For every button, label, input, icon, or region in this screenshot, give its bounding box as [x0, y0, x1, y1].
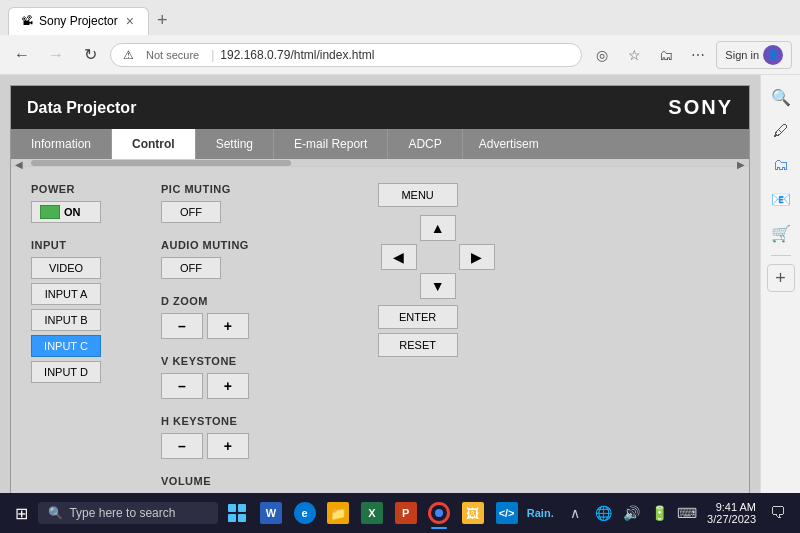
powerpoint-icon: P — [395, 502, 417, 524]
taskbar-explorer[interactable]: 📁 — [323, 495, 353, 531]
sidebar-divider — [771, 255, 791, 256]
input-label: INPUT — [31, 239, 121, 251]
taskbar: ⊞ 🔍 Type here to search W e 📁 X P 🖼 </> — [0, 493, 800, 533]
muting-section: PIC MUTING OFF AUDIO MUTING OFF D ZOOM –… — [161, 183, 318, 533]
time-display[interactable]: 9:41 AM 3/27/2023 — [703, 501, 760, 525]
audio-muting-off-button[interactable]: OFF — [161, 257, 221, 279]
tab-adcp[interactable]: ADCP — [388, 129, 462, 159]
scroll-right-arrow[interactable]: ▶ — [737, 159, 745, 170]
tab-setting[interactable]: Setting — [196, 129, 274, 159]
v-keystone-minus-button[interactable]: – — [161, 373, 203, 399]
taskbar-vscode[interactable]: </> — [492, 495, 522, 531]
forward-button[interactable]: → — [42, 41, 70, 69]
input-a-button[interactable]: INPUT A — [31, 283, 101, 305]
nav-up-button[interactable]: ▲ — [420, 215, 456, 241]
v-keystone-plus-button[interactable]: + — [207, 373, 249, 399]
windows-icon: ⊞ — [15, 504, 28, 523]
projector-title: Data Projector — [27, 99, 136, 117]
taskbar-photos[interactable]: 🖼 — [458, 495, 488, 531]
tab-favicon: 📽 — [21, 14, 33, 28]
browser-tab[interactable]: 📽 Sony Projector × — [8, 7, 149, 35]
d-zoom-label: D ZOOM — [161, 295, 318, 307]
tray-battery[interactable]: 🔋 — [647, 501, 671, 525]
notification-button[interactable]: 🗨 — [764, 499, 792, 527]
scroll-thumb[interactable] — [31, 160, 291, 166]
scroll-left-arrow[interactable]: ◀ — [15, 159, 23, 170]
refresh-button[interactable]: ↻ — [76, 41, 104, 69]
power-state: ON — [64, 206, 81, 218]
collection-sidebar-icon[interactable]: 🗂 — [767, 151, 795, 179]
input-d-button[interactable]: INPUT D — [31, 361, 101, 383]
photos-icon: 🖼 — [462, 502, 484, 524]
address-bar[interactable]: ⚠ Not secure | 192.168.0.79/html/index.h… — [110, 43, 582, 67]
h-keystone-label: H KEYSTONE — [161, 415, 318, 427]
pic-muting-label: PIC MUTING — [161, 183, 318, 195]
taskbar-edge[interactable]: e — [290, 495, 320, 531]
signin-label: Sign in — [725, 49, 759, 61]
pic-muting-off-button[interactable]: OFF — [161, 201, 221, 223]
nav-right-button[interactable]: ▶ — [459, 244, 495, 270]
new-tab-button[interactable]: + — [149, 10, 176, 31]
excel-icon: X — [361, 502, 383, 524]
favorites-sidebar-icon[interactable]: 🖊 — [767, 117, 795, 145]
svg-rect-2 — [228, 514, 236, 522]
d-zoom-plus-button[interactable]: + — [207, 313, 249, 339]
extensions-button[interactable]: ◎ — [588, 41, 616, 69]
edge-icon: e — [294, 502, 316, 524]
signin-button[interactable]: Sign in 👤 — [716, 41, 792, 69]
outlook-sidebar-icon[interactable]: 📧 — [767, 185, 795, 213]
power-indicator: ON — [31, 201, 101, 223]
input-b-button[interactable]: INPUT B — [31, 309, 101, 331]
pic-muting-section: PIC MUTING OFF — [161, 183, 318, 223]
taskbar-chrome[interactable] — [424, 495, 454, 531]
svg-rect-1 — [238, 504, 246, 512]
d-zoom-minus-button[interactable]: – — [161, 313, 203, 339]
audio-muting-section: AUDIO MUTING OFF — [161, 239, 318, 279]
add-sidebar-button[interactable]: + — [767, 264, 795, 292]
clock-time: 9:41 AM — [707, 501, 756, 513]
rainmeter-icon: Rain. — [528, 501, 552, 525]
word-icon: W — [260, 502, 282, 524]
enter-button[interactable]: ENTER — [378, 305, 458, 329]
menu-button[interactable]: MENU — [378, 183, 458, 207]
tab-close-button[interactable]: × — [124, 13, 136, 29]
projector-header: Data Projector SONY — [11, 86, 749, 129]
reset-button[interactable]: RESET — [378, 333, 458, 357]
tab-information[interactable]: Information — [11, 129, 112, 159]
sony-logo: SONY — [668, 96, 733, 119]
tab-advertisement[interactable]: Advertisem — [463, 129, 555, 159]
taskbar-excel[interactable]: X — [357, 495, 387, 531]
scroll-area: ◀ ▶ — [11, 159, 749, 167]
collections-button[interactable]: 🗂 — [652, 41, 680, 69]
tray-keyboard[interactable]: ⌨ — [675, 501, 699, 525]
start-button[interactable]: ⊞ — [8, 497, 34, 529]
h-keystone-plus-button[interactable]: + — [207, 433, 249, 459]
input-c-button[interactable]: INPUT C — [31, 335, 101, 357]
taskbar-word[interactable]: W — [256, 495, 286, 531]
taskbar-powerpoint[interactable]: P — [391, 495, 421, 531]
task-view-button[interactable] — [222, 495, 252, 531]
tray-chevron[interactable]: ∧ — [563, 501, 587, 525]
d-zoom-section: D ZOOM – + — [161, 295, 318, 339]
svg-rect-3 — [238, 514, 246, 522]
taskbar-search[interactable]: 🔍 Type here to search — [38, 502, 218, 524]
office-sidebar-icon[interactable]: 🛒 — [767, 219, 795, 247]
taskbar-rainmeter[interactable]: Rain. — [525, 495, 555, 531]
browser-sidebar: 🔍 🖊 🗂 📧 🛒 + — [760, 75, 800, 533]
tab-email-report[interactable]: E-mail Report — [274, 129, 388, 159]
favorites-button[interactable]: ☆ — [620, 41, 648, 69]
browser-menu-button[interactable]: ⋯ — [684, 41, 712, 69]
system-tray: ∧ 🌐 🔊 🔋 ⌨ 9:41 AM 3/27/2023 🗨 — [563, 499, 792, 527]
h-keystone-minus-button[interactable]: – — [161, 433, 203, 459]
power-led — [40, 205, 60, 219]
input-video-button[interactable]: VIDEO — [31, 257, 101, 279]
back-button[interactable]: ← — [8, 41, 36, 69]
nav-left-button[interactable]: ◀ — [381, 244, 417, 270]
tray-sound[interactable]: 🔊 — [619, 501, 643, 525]
v-keystone-section: V KEYSTONE – + — [161, 355, 318, 399]
tab-control[interactable]: Control — [112, 129, 196, 159]
tray-network[interactable]: 🌐 — [591, 501, 615, 525]
nav-down-button[interactable]: ▼ — [420, 273, 456, 299]
tab-title: Sony Projector — [39, 14, 118, 28]
search-sidebar-icon[interactable]: 🔍 — [767, 83, 795, 111]
